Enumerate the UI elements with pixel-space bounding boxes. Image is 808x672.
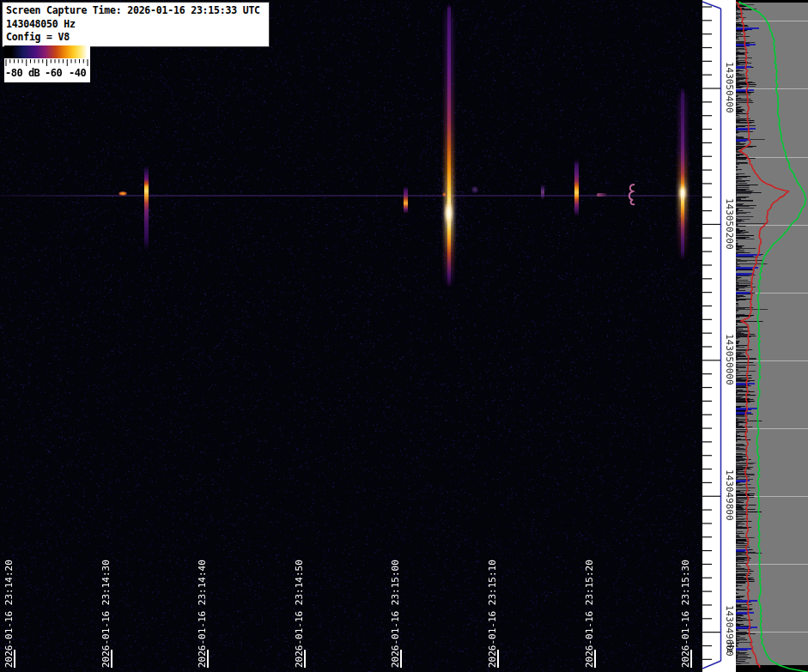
info-box: Screen Capture Time: 2026-01-16 23:15:33…: [2, 2, 270, 47]
colorbar-gradient: [4, 45, 90, 58]
freq-axis-unit: Hz: [725, 642, 736, 653]
red-trace: [736, 2, 788, 668]
spectrum-analyzer-screen: 2026-01-16 23:14:202026-01-16 23:14:3020…: [0, 0, 808, 672]
waterfall-display[interactable]: 2026-01-16 23:14:202026-01-16 23:14:3020…: [0, 0, 702, 672]
signal-echo-major: [447, 4, 451, 288]
signal-layer: [0, 0, 702, 672]
signal-echo-streak-2: [574, 160, 579, 216]
colorbar-label-min: -80 dB: [5, 67, 39, 79]
colorbar: -80 dB -60 -40: [4, 45, 90, 82]
center-frequency-text: 143048050 Hz: [6, 18, 265, 32]
signal-echo-major-hotspot: [445, 202, 453, 224]
freq-axis-label: 143050200: [725, 198, 734, 250]
signal-echo-blip-1: [541, 185, 544, 200]
frequency-ruler[interactable]: 1430504001430502001430500001430498001430…: [702, 0, 736, 672]
freq-axis-label: 143049800: [725, 469, 734, 521]
signal-echo-dot-1: [442, 192, 447, 197]
freq-axis-label: 143050000: [725, 334, 734, 385]
freq-axis-label: 143050400: [725, 62, 734, 113]
signal-echo-right-hotspot: [679, 185, 686, 201]
capture-time-text: Screen Capture Time: 2026-01-16 23:15:33…: [6, 4, 265, 18]
signal-echo-streak-1: [144, 166, 149, 251]
spectrum-traces: [736, 0, 808, 672]
signal-echo-right: [681, 88, 684, 260]
colorbar-label-max: -40: [69, 67, 86, 79]
signal-echo-squiggle: [627, 183, 636, 206]
signal-echo-dot-2: [471, 186, 478, 193]
signal-echo-small-1: [118, 191, 127, 196]
signal-echo-small-2: [404, 186, 408, 214]
colorbar-label-mid: -60: [45, 67, 62, 79]
spectrum-panel[interactable]: [736, 0, 808, 672]
config-text: Config = V8: [6, 31, 265, 45]
signal-echo-dash-1: [597, 193, 608, 197]
colorbar-labels: -80 dB -60 -40: [4, 67, 90, 82]
colorbar-ticks: [4, 59, 90, 67]
